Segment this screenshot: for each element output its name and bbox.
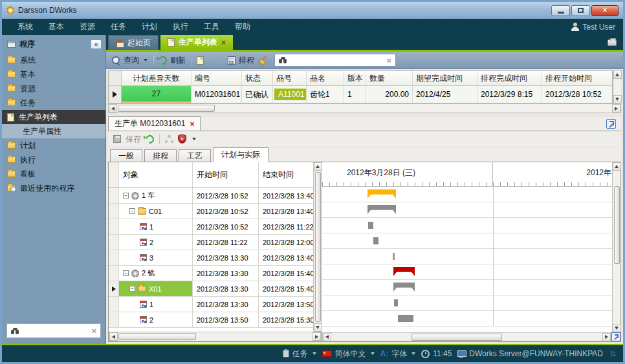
scrollbar-thumb[interactable] [411,334,502,341]
restore-button[interactable] [571,5,590,16]
open-in-window-icon[interactable] [606,119,616,129]
collapse-toggle[interactable]: − [129,286,135,292]
orders-horizontal-scrollbar[interactable] [108,103,621,113]
col-sched-finish[interactable]: 排程完成时间 [477,71,542,85]
gantt-row[interactable] [322,249,612,264]
gantt-row[interactable] [322,218,612,233]
object-cell[interactable]: − X01 [119,281,193,296]
scrollbar-thumb[interactable] [118,333,196,340]
tab-close-icon[interactable]: × [221,39,226,47]
gantt-zoom-icon[interactable] [611,332,620,341]
orders-vertical-scrollbar[interactable] [613,70,621,103]
sidebar-item-order-props[interactable]: 生产单属性 [2,124,105,138]
col-expect-finish[interactable]: 期望完成时间 [413,71,477,85]
col-item-name[interactable]: 品名 [307,71,344,85]
menu-task[interactable]: 任务 [103,19,134,35]
clear-search-icon[interactable]: × [91,326,96,336]
save-label[interactable]: 保存 [126,134,141,145]
status-language-menu[interactable]: 简体中文 [322,348,375,359]
menu-basic[interactable]: 基本 [41,19,72,35]
schedule-button[interactable]: 排程 [228,55,254,66]
col-end-time[interactable]: 结束时间 [259,162,321,187]
scroll-right-button[interactable] [612,104,620,112]
printer-icon[interactable] [608,39,617,46]
scroll-left-button[interactable] [109,332,118,341]
tab-order-list[interactable]: 生产单列表 × [160,35,233,50]
save-icon[interactable] [113,135,121,143]
current-user[interactable]: Test User [571,23,615,32]
order-tab[interactable]: 生产单 M012031601 × [108,116,201,131]
col-sched-start[interactable]: 排程开始时间 [542,71,606,85]
tab-plan-actual[interactable]: 计划与实际 [213,147,269,162]
status-font-menu[interactable]: A: 字体 [380,348,416,359]
menu-system[interactable]: 系统 [10,19,41,35]
scroll-left-button[interactable] [323,333,331,341]
gantt-bar-summary[interactable] [367,205,396,214]
gantt-bar-task[interactable] [394,299,398,306]
gantt-row[interactable] [322,187,612,202]
menu-plan[interactable]: 计划 [134,19,165,35]
col-item-no[interactable]: 品号 [273,71,307,85]
gantt-bar-task[interactable] [368,222,373,229]
object-cell[interactable]: 3 [119,250,193,265]
sidebar-item-system[interactable]: 系统 [2,53,105,67]
object-cell[interactable]: 1 [119,297,193,312]
scroll-up-button[interactable] [314,162,322,171]
sidebar-item-task[interactable]: 任务 [2,96,105,110]
gantt-row[interactable] [322,264,612,280]
order-row[interactable]: 27 M012031601 已确认 A11001 齿轮1 1 200.00 20… [109,86,612,103]
gantt-bar-task[interactable] [393,253,395,260]
plan-row-operation[interactable]: 2 2012/3/28 13:50 2012/3/28 15:30 [109,312,313,328]
gantt-row[interactable] [322,295,612,311]
scroll-up-button[interactable] [613,162,621,171]
sidebar-search-box[interactable]: × [6,323,101,338]
plan-vertical-scrollbar[interactable] [313,162,322,332]
plan-horizontal-scrollbar[interactable] [109,332,322,341]
collapse-toggle[interactable]: − [123,270,129,276]
gantt-bar-summary[interactable] [393,283,415,292]
plan-row-operation[interactable]: 1 2012/3/28 13:30 2012/3/28 13:50 [109,297,313,312]
tab-close-icon[interactable]: × [190,120,194,128]
scroll-left-button[interactable] [109,104,117,112]
gantt-row[interactable] [322,233,612,249]
scrollbar-thumb[interactable] [315,172,321,322]
scrollbar-thumb[interactable] [614,186,620,264]
shield-icon[interactable]: × [178,134,186,144]
gantt-horizontal-scrollbar[interactable] [322,332,611,341]
object-cell[interactable]: 2 [119,235,193,250]
sidebar-item-order-list[interactable]: 生产单列表 [2,110,105,124]
plan-row-machine-selected[interactable]: − X01 2012/3/28 13:30 2012/3/28 15:40 [109,281,313,297]
scrollbar-thumb[interactable] [118,105,215,112]
clear-search-icon[interactable]: × [386,56,391,65]
scroll-down-button[interactable] [613,324,621,332]
refresh-icon[interactable] [144,133,155,145]
tab-process[interactable]: 工艺 [179,149,211,162]
resize-grip[interactable] [610,351,615,356]
plan-row-operation[interactable]: 2 2012/3/28 11:22 2012/3/28 12:00 [109,235,313,250]
sidebar-item-basic[interactable]: 基本 [2,67,105,81]
query-button[interactable]: 查询 [112,55,148,66]
sidebar-item-execute[interactable]: 执行 [2,153,105,167]
tab-schedule[interactable]: 排程 [144,149,177,162]
gantt-row[interactable] [322,280,612,295]
object-cell[interactable]: − 1 车 [119,188,193,203]
gantt-bar-summary[interactable] [367,189,396,198]
tab-home[interactable]: 起始页 [108,35,159,50]
scroll-right-button[interactable] [602,333,611,341]
sidebar-item-board[interactable]: 看板 [2,167,105,181]
plan-row-machine[interactable]: − C01 2012/3/28 10:52 2012/3/28 13:40 [109,204,313,219]
plan-row-operation[interactable]: 1 2012/3/28 10:52 2012/3/28 11:22 [109,219,313,235]
scroll-down-button[interactable] [613,95,622,103]
gantt-bar-summary[interactable] [393,267,415,276]
col-status[interactable]: 状态 [242,71,273,85]
object-cell[interactable]: − 2 铣 [119,266,193,281]
sidebar-item-recent[interactable]: 最近使用的程序 [2,181,105,195]
scroll-down-button[interactable] [314,323,322,332]
object-cell[interactable]: 2 [119,312,193,327]
scroll-right-button[interactable] [312,332,321,341]
plan-row-machine-group[interactable]: − 2 铣 2012/3/28 13:30 2012/3/28 15:40 [109,266,313,281]
menu-execute[interactable]: 执行 [165,19,196,35]
status-task-menu[interactable]: 任务 [283,348,316,359]
sidebar-item-plan[interactable]: 计划 [2,138,105,153]
gantt-vertical-scrollbar[interactable] [612,162,620,332]
